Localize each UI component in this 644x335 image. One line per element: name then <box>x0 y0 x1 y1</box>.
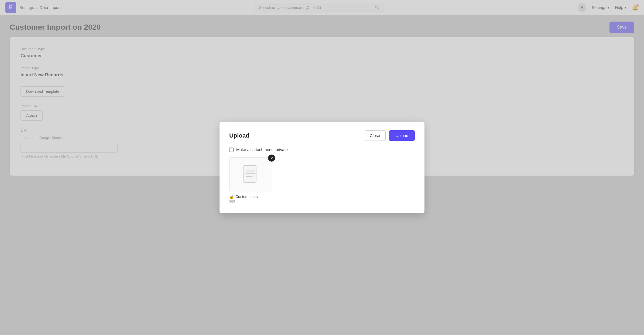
document-thumbnail-icon <box>242 165 259 184</box>
modal-header: Upload Close Upload <box>229 130 415 141</box>
file-info: 🔒 Customer.csv 969 <box>229 194 272 203</box>
modal-overlay: Upload Close Upload Make all attachments… <box>0 0 644 335</box>
file-name-text: Customer.csv <box>235 194 258 199</box>
file-size: 969 <box>229 199 272 203</box>
upload-button[interactable]: Upload <box>389 130 415 141</box>
file-name: 🔒 Customer.csv <box>229 194 272 199</box>
close-button[interactable]: Close <box>364 130 386 141</box>
private-checkbox[interactable] <box>229 148 234 152</box>
upload-modal: Upload Close Upload Make all attachments… <box>220 122 424 213</box>
modal-header-actions: Close Upload <box>364 130 415 141</box>
file-card <box>229 157 272 192</box>
lock-icon: 🔒 <box>229 194 234 199</box>
private-checkbox-label[interactable]: Make all attachments private <box>236 147 288 152</box>
file-remove-button[interactable]: ✕ <box>268 155 275 162</box>
file-card-wrapper: ✕ 🔒 Customer.csv 969 <box>229 157 272 203</box>
modal-title: Upload <box>229 132 249 139</box>
attachments-private-row: Make all attachments private <box>229 147 415 152</box>
